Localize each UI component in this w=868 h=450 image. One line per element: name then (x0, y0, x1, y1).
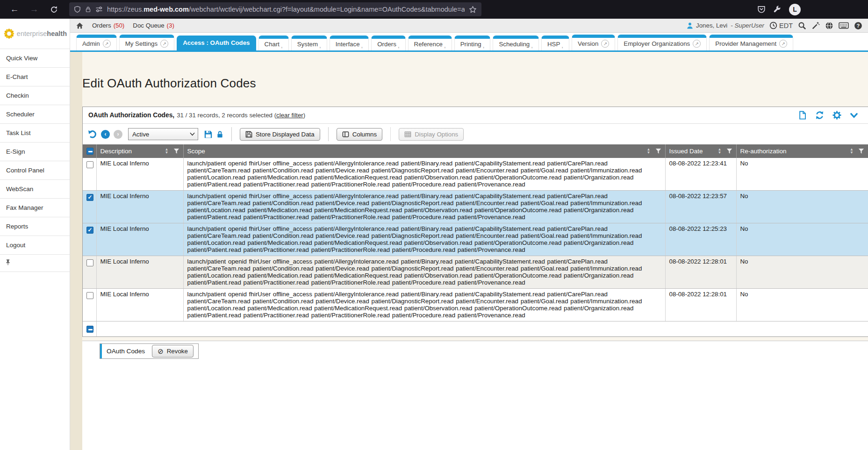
bottom-section: OAuth Codes ⊘ Revoke (82, 341, 868, 450)
search-button[interactable] (798, 21, 806, 30)
save-filter-button[interactable] (204, 130, 213, 139)
url-bar[interactable]: https://zeus.med-web.com/webchart/wctlev… (69, 2, 481, 16)
sort-control[interactable]: ▲▼ (850, 148, 854, 154)
module-tab[interactable]: HSP, ↗ (541, 36, 569, 50)
sidebar-item[interactable]: Scheduler (0, 105, 70, 124)
browser-reload-button[interactable] (46, 2, 62, 16)
home-button[interactable] (76, 22, 84, 29)
row-checkbox[interactable] (86, 161, 93, 168)
help-button[interactable]: ? (854, 21, 862, 30)
sidebar-item[interactable]: Reports (0, 217, 70, 236)
sidebar-item[interactable]: Logout (0, 236, 70, 255)
toolbar-separator (390, 127, 391, 141)
pocket-icon[interactable] (757, 5, 766, 14)
module-tab[interactable]: Employer Organizations, ↗ (617, 35, 707, 50)
on-screen-keyboard-button[interactable] (839, 21, 849, 29)
module-tab[interactable]: Chart, ↗ (258, 36, 289, 50)
module-tab[interactable]: Reference, ↗ (408, 36, 452, 50)
permissions-icon[interactable] (95, 6, 103, 13)
undo-button[interactable] (87, 129, 97, 139)
cell-scope: launch/patient openid fhirUser offline_a… (183, 191, 665, 223)
columns-button[interactable]: Columns (337, 128, 382, 141)
settings-gear-button[interactable] (832, 111, 841, 120)
table-row[interactable]: MIE Local Inferno launch/patient openid … (83, 158, 868, 191)
sidebar-item[interactable]: Quick View (0, 49, 70, 68)
browser-forward-button[interactable]: → (26, 2, 42, 16)
language-button[interactable] (825, 21, 833, 30)
row-checkbox[interactable] (86, 259, 93, 266)
module-tab[interactable]: Admin, ↗ (76, 35, 117, 50)
record-filter-select[interactable]: Active (128, 128, 198, 140)
table-row[interactable]: MIE Local Inferno launch/patient openid … (83, 289, 868, 321)
sort-control[interactable]: ▲▼ (718, 148, 722, 154)
bookmark-star-icon[interactable] (469, 6, 477, 14)
filter-icon[interactable] (726, 148, 732, 154)
sidebar-item[interactable]: E-Sign (0, 143, 70, 161)
module-tab[interactable]: Orders, ↗ (371, 36, 405, 50)
module-tab[interactable]: Version, ↗ (572, 35, 615, 50)
cell-issued-date: 08-08-2022 12:25:23 (665, 223, 736, 256)
table-header-row: Description▲▼ Scope▲▼ Issued Date▲▼ Re-a… (83, 144, 868, 158)
floppy-icon (245, 131, 252, 138)
sidebar-item[interactable]: Control Panel (0, 161, 70, 180)
module-tab[interactable]: System, ↗ (291, 36, 327, 50)
refresh-button[interactable] (815, 111, 825, 120)
cell-description: MIE Local Inferno (96, 223, 183, 256)
select-all-checkbox[interactable] (86, 148, 93, 155)
sidebar-pin[interactable] (0, 255, 70, 272)
revoke-button[interactable]: ⊘ Revoke (152, 345, 194, 357)
sidebar-item[interactable]: Task List (0, 124, 70, 143)
profile-avatar[interactable]: L (789, 4, 801, 15)
quick-actions-button[interactable] (811, 21, 820, 30)
filter-icon[interactable] (655, 148, 661, 154)
tab-corner-mark: , (561, 42, 563, 49)
sidebar-item[interactable]: Checkin (0, 86, 70, 105)
collapse-panel-button[interactable] (849, 111, 859, 120)
timezone-control[interactable]: EDT (769, 21, 793, 29)
tab-oauth-codes[interactable]: OAuth Codes (102, 348, 152, 355)
cell-scope: launch/patient openid fhirUser offline_a… (183, 158, 665, 191)
table-row[interactable]: MIE Local Inferno launch/patient openid … (83, 256, 868, 289)
module-tab[interactable]: Provider Management, ↗ (709, 35, 793, 50)
module-tab[interactable]: Interface, ↗ (330, 36, 369, 50)
pushpin-icon (5, 258, 11, 266)
sidebar-item[interactable]: E-Chart (0, 68, 70, 86)
module-tab[interactable]: My Settings, ↗ (119, 35, 174, 50)
external-link-icon: ↗ (601, 40, 609, 48)
select-all-footer-checkbox[interactable] (86, 326, 93, 333)
module-tab[interactable]: Access : OAuth Codes, ↗ (177, 36, 256, 50)
shield-icon (74, 6, 81, 13)
cell-reauthorization: No (736, 223, 868, 256)
external-link-icon: ↗ (160, 40, 168, 48)
keyboard-icon (839, 21, 849, 29)
magic-wand-icon (811, 21, 820, 30)
external-link-icon: ↗ (103, 40, 111, 48)
app-top-bar: Orders(50) Doc Queue(3) Jones, Levi - Su… (70, 19, 868, 33)
display-options-button[interactable]: Display Options (399, 128, 464, 141)
row-checkbox[interactable] (86, 292, 93, 299)
sort-control[interactable]: ▲▼ (647, 148, 651, 154)
previous-page-button[interactable]: ‹ (101, 130, 110, 139)
orders-link[interactable]: Orders(50) (92, 22, 124, 29)
filter-icon[interactable] (173, 148, 179, 154)
doc-queue-link[interactable]: Doc Queue(3) (133, 22, 174, 29)
sidebar-item[interactable]: WebScan (0, 180, 70, 199)
row-checkbox[interactable] (86, 227, 93, 234)
lock-filter-button[interactable] (216, 130, 223, 139)
table-row[interactable]: MIE Local Inferno launch/patient openid … (83, 223, 868, 256)
new-record-button[interactable] (798, 111, 807, 120)
module-tab[interactable]: Scheduling, ↗ (493, 36, 539, 50)
user-menu[interactable]: Jones, Levi - SuperUser (686, 22, 764, 29)
sidebar-item[interactable]: Fax Manager (0, 199, 70, 217)
filter-icon[interactable] (858, 148, 864, 154)
wrench-icon[interactable] (773, 5, 782, 14)
table-row[interactable]: MIE Local Inferno launch/patient openid … (83, 191, 868, 223)
next-page-button[interactable]: › (114, 130, 122, 139)
clear-filter-link[interactable]: clear filter (276, 112, 303, 119)
browser-back-button[interactable]: ← (7, 2, 22, 16)
row-checkbox[interactable] (86, 194, 93, 201)
sort-control[interactable]: ▲▼ (165, 148, 169, 154)
cell-description: MIE Local Inferno (96, 289, 183, 321)
module-tab[interactable]: Printing, ↗ (454, 36, 491, 50)
store-displayed-data-button[interactable]: Store Displayed Data (240, 128, 320, 141)
